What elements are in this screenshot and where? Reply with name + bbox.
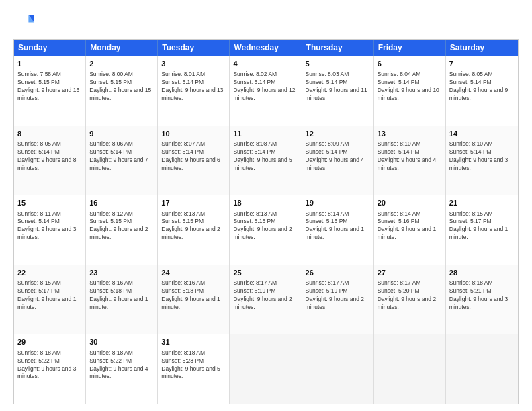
day-info: Sunrise: 8:05 AM bbox=[17, 140, 82, 148]
cal-cell: 18Sunrise: 8:13 AMSunset: 5:15 PMDayligh… bbox=[230, 195, 302, 265]
day-info: Daylight: 9 hours and 3 minutes. bbox=[17, 226, 82, 242]
day-number: 17 bbox=[161, 198, 226, 208]
day-number: 18 bbox=[233, 198, 298, 208]
day-info: Daylight: 9 hours and 4 minutes. bbox=[89, 365, 154, 381]
day-info: Daylight: 9 hours and 3 minutes. bbox=[449, 295, 515, 312]
day-number: 3 bbox=[161, 59, 226, 69]
day-info: Daylight: 9 hours and 1 minute. bbox=[306, 226, 370, 242]
day-info: Sunrise: 8:16 AM bbox=[89, 279, 154, 287]
day-number: 24 bbox=[161, 268, 226, 278]
week-row-1: 1Sunrise: 7:58 AMSunset: 5:15 PMDaylight… bbox=[14, 56, 518, 126]
day-number: 4 bbox=[233, 59, 298, 69]
day-info: Sunset: 5:17 PM bbox=[449, 218, 515, 226]
week-row-5: 29Sunrise: 8:18 AMSunset: 5:22 PMDayligh… bbox=[14, 334, 518, 404]
day-info: Daylight: 9 hours and 7 minutes. bbox=[89, 156, 154, 173]
day-info: Daylight: 9 hours and 4 minutes. bbox=[378, 156, 442, 173]
day-number: 9 bbox=[89, 129, 154, 139]
week-row-3: 15Sunrise: 8:11 AMSunset: 5:14 PMDayligh… bbox=[14, 195, 518, 265]
day-info: Daylight: 9 hours and 1 minute. bbox=[378, 226, 442, 242]
cal-cell: 2Sunrise: 8:00 AMSunset: 5:15 PMDaylight… bbox=[86, 56, 158, 126]
day-info: Sunset: 5:14 PM bbox=[161, 79, 226, 87]
header-sunday: Sunday bbox=[14, 40, 86, 56]
day-info: Sunrise: 8:18 AM bbox=[449, 279, 515, 287]
day-info: Sunset: 5:15 PM bbox=[89, 79, 154, 87]
day-info: Sunset: 5:15 PM bbox=[233, 218, 298, 226]
cal-cell: 20Sunrise: 8:14 AMSunset: 5:16 PMDayligh… bbox=[374, 195, 446, 265]
cal-cell: 1Sunrise: 7:58 AMSunset: 5:15 PMDaylight… bbox=[14, 56, 86, 126]
day-info: Sunrise: 8:18 AM bbox=[17, 349, 82, 357]
day-number: 26 bbox=[306, 268, 370, 278]
day-info: Sunrise: 8:11 AM bbox=[17, 210, 82, 218]
day-number: 13 bbox=[378, 129, 442, 139]
day-info: Daylight: 9 hours and 2 minutes. bbox=[233, 226, 298, 242]
cal-cell: 27Sunrise: 8:17 AMSunset: 5:20 PMDayligh… bbox=[374, 265, 446, 334]
day-number: 6 bbox=[378, 59, 442, 69]
day-info: Sunrise: 8:09 AM bbox=[306, 140, 370, 148]
day-number: 21 bbox=[449, 198, 515, 208]
day-info: Daylight: 9 hours and 1 minute. bbox=[89, 295, 154, 312]
day-info: Daylight: 9 hours and 6 minutes. bbox=[161, 156, 226, 173]
day-info: Sunset: 5:18 PM bbox=[89, 287, 154, 295]
day-info: Sunrise: 8:06 AM bbox=[89, 140, 154, 148]
day-info: Sunrise: 8:14 AM bbox=[378, 210, 442, 218]
day-number: 31 bbox=[161, 337, 226, 347]
cal-cell: 13Sunrise: 8:10 AMSunset: 5:14 PMDayligh… bbox=[374, 126, 446, 195]
day-number: 11 bbox=[233, 129, 298, 139]
day-info: Sunset: 5:16 PM bbox=[378, 218, 442, 226]
day-number: 20 bbox=[378, 198, 442, 208]
day-number: 19 bbox=[306, 198, 370, 208]
header-monday: Monday bbox=[86, 40, 158, 56]
day-info: Daylight: 9 hours and 10 minutes. bbox=[378, 87, 442, 103]
logo-icon bbox=[13, 11, 35, 32]
cal-cell: 31Sunrise: 8:18 AMSunset: 5:23 PMDayligh… bbox=[158, 334, 230, 404]
day-info: Sunrise: 8:10 AM bbox=[449, 140, 515, 148]
day-info: Sunrise: 8:03 AM bbox=[306, 71, 370, 79]
day-info: Sunrise: 8:12 AM bbox=[89, 210, 154, 218]
cal-cell: 23Sunrise: 8:16 AMSunset: 5:18 PMDayligh… bbox=[86, 265, 158, 334]
day-info: Sunrise: 8:13 AM bbox=[161, 210, 226, 218]
day-info: Daylight: 9 hours and 2 minutes. bbox=[306, 295, 370, 312]
day-number: 10 bbox=[161, 129, 226, 139]
day-number: 12 bbox=[306, 129, 370, 139]
cal-cell: 16Sunrise: 8:12 AMSunset: 5:15 PMDayligh… bbox=[86, 195, 158, 265]
day-info: Daylight: 9 hours and 16 minutes. bbox=[17, 87, 82, 103]
day-info: Daylight: 9 hours and 8 minutes. bbox=[17, 156, 82, 173]
cal-cell: 28Sunrise: 8:18 AMSunset: 5:21 PMDayligh… bbox=[446, 265, 518, 334]
day-info: Sunset: 5:14 PM bbox=[233, 148, 298, 156]
day-info: Sunrise: 8:17 AM bbox=[378, 279, 442, 287]
day-info: Sunset: 5:17 PM bbox=[17, 287, 82, 295]
day-info: Daylight: 9 hours and 2 minutes. bbox=[378, 295, 442, 312]
week-row-4: 22Sunrise: 8:15 AMSunset: 5:17 PMDayligh… bbox=[14, 265, 518, 334]
day-number: 22 bbox=[17, 268, 82, 278]
day-info: Sunset: 5:21 PM bbox=[449, 287, 515, 295]
header-wednesday: Wednesday bbox=[230, 40, 302, 56]
day-info: Sunrise: 8:01 AM bbox=[161, 71, 226, 79]
day-info: Sunrise: 8:15 AM bbox=[17, 279, 82, 287]
calendar-page: Sunday Monday Tuesday Wednesday Thursday… bbox=[0, 0, 532, 411]
day-info: Sunset: 5:15 PM bbox=[17, 79, 82, 87]
day-info: Sunrise: 8:14 AM bbox=[306, 210, 370, 218]
day-number: 5 bbox=[306, 59, 370, 69]
cal-cell: 26Sunrise: 8:17 AMSunset: 5:19 PMDayligh… bbox=[302, 265, 374, 334]
day-info: Sunrise: 7:58 AM bbox=[17, 71, 82, 79]
cal-cell: 12Sunrise: 8:09 AMSunset: 5:14 PMDayligh… bbox=[302, 126, 374, 195]
cal-cell: 29Sunrise: 8:18 AMSunset: 5:22 PMDayligh… bbox=[14, 334, 86, 404]
day-info: Daylight: 9 hours and 5 minutes. bbox=[233, 156, 298, 173]
day-info: Daylight: 9 hours and 1 minute. bbox=[161, 295, 226, 312]
cal-cell: 5Sunrise: 8:03 AMSunset: 5:14 PMDaylight… bbox=[302, 56, 374, 126]
day-number: 1 bbox=[17, 59, 82, 69]
day-info: Sunset: 5:18 PM bbox=[161, 287, 226, 295]
day-info: Sunset: 5:14 PM bbox=[306, 79, 370, 87]
day-info: Sunrise: 8:15 AM bbox=[449, 210, 515, 218]
cal-cell: 4Sunrise: 8:02 AMSunset: 5:14 PMDaylight… bbox=[230, 56, 302, 126]
day-info: Sunrise: 8:18 AM bbox=[161, 349, 226, 357]
week-row-2: 8Sunrise: 8:05 AMSunset: 5:14 PMDaylight… bbox=[14, 126, 518, 195]
day-info: Sunset: 5:14 PM bbox=[449, 148, 515, 156]
day-info: Sunset: 5:15 PM bbox=[161, 218, 226, 226]
day-info: Daylight: 9 hours and 2 minutes. bbox=[161, 226, 226, 242]
cal-cell: 7Sunrise: 8:05 AMSunset: 5:14 PMDaylight… bbox=[446, 56, 518, 126]
day-number: 8 bbox=[17, 129, 82, 139]
page-header bbox=[13, 11, 519, 32]
day-number: 14 bbox=[449, 129, 515, 139]
day-info: Daylight: 9 hours and 13 minutes. bbox=[161, 87, 226, 103]
